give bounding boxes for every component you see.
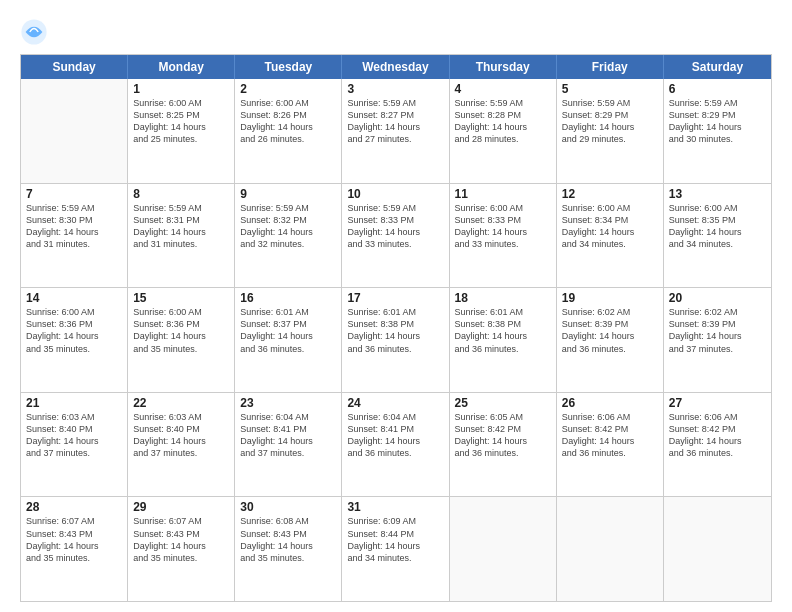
cell-info: Sunrise: 6:00 AM Sunset: 8:33 PM Dayligh… — [455, 202, 551, 251]
calendar-header: SundayMondayTuesdayWednesdayThursdayFrid… — [21, 55, 771, 79]
calendar-cell: 25Sunrise: 6:05 AM Sunset: 8:42 PM Dayli… — [450, 393, 557, 497]
calendar-cell: 31Sunrise: 6:09 AM Sunset: 8:44 PM Dayli… — [342, 497, 449, 601]
day-number: 4 — [455, 82, 551, 96]
day-number: 12 — [562, 187, 658, 201]
calendar-cell — [21, 79, 128, 183]
header-day-monday: Monday — [128, 55, 235, 79]
day-number: 6 — [669, 82, 766, 96]
calendar-cell: 3Sunrise: 5:59 AM Sunset: 8:27 PM Daylig… — [342, 79, 449, 183]
day-number: 23 — [240, 396, 336, 410]
calendar-cell: 29Sunrise: 6:07 AM Sunset: 8:43 PM Dayli… — [128, 497, 235, 601]
cell-info: Sunrise: 6:05 AM Sunset: 8:42 PM Dayligh… — [455, 411, 551, 460]
calendar-cell: 27Sunrise: 6:06 AM Sunset: 8:42 PM Dayli… — [664, 393, 771, 497]
calendar-cell: 22Sunrise: 6:03 AM Sunset: 8:40 PM Dayli… — [128, 393, 235, 497]
header-day-thursday: Thursday — [450, 55, 557, 79]
cell-info: Sunrise: 5:59 AM Sunset: 8:29 PM Dayligh… — [669, 97, 766, 146]
cell-info: Sunrise: 6:06 AM Sunset: 8:42 PM Dayligh… — [669, 411, 766, 460]
cell-info: Sunrise: 6:08 AM Sunset: 8:43 PM Dayligh… — [240, 515, 336, 564]
cell-info: Sunrise: 5:59 AM Sunset: 8:33 PM Dayligh… — [347, 202, 443, 251]
cell-info: Sunrise: 6:07 AM Sunset: 8:43 PM Dayligh… — [26, 515, 122, 564]
calendar-cell: 23Sunrise: 6:04 AM Sunset: 8:41 PM Dayli… — [235, 393, 342, 497]
cell-info: Sunrise: 6:07 AM Sunset: 8:43 PM Dayligh… — [133, 515, 229, 564]
logo-icon — [20, 18, 48, 46]
cell-info: Sunrise: 6:00 AM Sunset: 8:34 PM Dayligh… — [562, 202, 658, 251]
calendar-cell: 1Sunrise: 6:00 AM Sunset: 8:25 PM Daylig… — [128, 79, 235, 183]
day-number: 5 — [562, 82, 658, 96]
day-number: 14 — [26, 291, 122, 305]
calendar-cell: 8Sunrise: 5:59 AM Sunset: 8:31 PM Daylig… — [128, 184, 235, 288]
day-number: 1 — [133, 82, 229, 96]
cell-info: Sunrise: 6:01 AM Sunset: 8:38 PM Dayligh… — [347, 306, 443, 355]
cell-info: Sunrise: 6:04 AM Sunset: 8:41 PM Dayligh… — [240, 411, 336, 460]
day-number: 25 — [455, 396, 551, 410]
cell-info: Sunrise: 6:03 AM Sunset: 8:40 PM Dayligh… — [133, 411, 229, 460]
header-day-sunday: Sunday — [21, 55, 128, 79]
cell-info: Sunrise: 6:04 AM Sunset: 8:41 PM Dayligh… — [347, 411, 443, 460]
day-number: 19 — [562, 291, 658, 305]
calendar-row-3: 14Sunrise: 6:00 AM Sunset: 8:36 PM Dayli… — [21, 287, 771, 392]
cell-info: Sunrise: 6:00 AM Sunset: 8:35 PM Dayligh… — [669, 202, 766, 251]
cell-info: Sunrise: 6:00 AM Sunset: 8:36 PM Dayligh… — [26, 306, 122, 355]
calendar-cell: 6Sunrise: 5:59 AM Sunset: 8:29 PM Daylig… — [664, 79, 771, 183]
day-number: 11 — [455, 187, 551, 201]
calendar-cell: 20Sunrise: 6:02 AM Sunset: 8:39 PM Dayli… — [664, 288, 771, 392]
calendar-cell: 12Sunrise: 6:00 AM Sunset: 8:34 PM Dayli… — [557, 184, 664, 288]
calendar-cell: 7Sunrise: 5:59 AM Sunset: 8:30 PM Daylig… — [21, 184, 128, 288]
day-number: 15 — [133, 291, 229, 305]
cell-info: Sunrise: 6:02 AM Sunset: 8:39 PM Dayligh… — [562, 306, 658, 355]
calendar-cell: 26Sunrise: 6:06 AM Sunset: 8:42 PM Dayli… — [557, 393, 664, 497]
day-number: 31 — [347, 500, 443, 514]
day-number: 27 — [669, 396, 766, 410]
day-number: 13 — [669, 187, 766, 201]
header-day-wednesday: Wednesday — [342, 55, 449, 79]
cell-info: Sunrise: 5:59 AM Sunset: 8:32 PM Dayligh… — [240, 202, 336, 251]
cell-info: Sunrise: 6:00 AM Sunset: 8:36 PM Dayligh… — [133, 306, 229, 355]
day-number: 21 — [26, 396, 122, 410]
day-number: 30 — [240, 500, 336, 514]
cell-info: Sunrise: 6:03 AM Sunset: 8:40 PM Dayligh… — [26, 411, 122, 460]
page: SundayMondayTuesdayWednesdayThursdayFrid… — [0, 0, 792, 612]
calendar-cell: 11Sunrise: 6:00 AM Sunset: 8:33 PM Dayli… — [450, 184, 557, 288]
calendar-cell: 9Sunrise: 5:59 AM Sunset: 8:32 PM Daylig… — [235, 184, 342, 288]
day-number: 29 — [133, 500, 229, 514]
header-day-friday: Friday — [557, 55, 664, 79]
calendar-cell: 14Sunrise: 6:00 AM Sunset: 8:36 PM Dayli… — [21, 288, 128, 392]
cell-info: Sunrise: 6:02 AM Sunset: 8:39 PM Dayligh… — [669, 306, 766, 355]
day-number: 10 — [347, 187, 443, 201]
calendar-cell: 10Sunrise: 5:59 AM Sunset: 8:33 PM Dayli… — [342, 184, 449, 288]
day-number: 26 — [562, 396, 658, 410]
calendar-cell: 5Sunrise: 5:59 AM Sunset: 8:29 PM Daylig… — [557, 79, 664, 183]
day-number: 17 — [347, 291, 443, 305]
day-number: 9 — [240, 187, 336, 201]
calendar-row-4: 21Sunrise: 6:03 AM Sunset: 8:40 PM Dayli… — [21, 392, 771, 497]
calendar-cell: 17Sunrise: 6:01 AM Sunset: 8:38 PM Dayli… — [342, 288, 449, 392]
day-number: 7 — [26, 187, 122, 201]
calendar-cell: 2Sunrise: 6:00 AM Sunset: 8:26 PM Daylig… — [235, 79, 342, 183]
calendar-cell — [664, 497, 771, 601]
calendar-cell: 16Sunrise: 6:01 AM Sunset: 8:37 PM Dayli… — [235, 288, 342, 392]
cell-info: Sunrise: 6:00 AM Sunset: 8:25 PM Dayligh… — [133, 97, 229, 146]
day-number: 28 — [26, 500, 122, 514]
logo — [20, 18, 52, 46]
calendar-row-2: 7Sunrise: 5:59 AM Sunset: 8:30 PM Daylig… — [21, 183, 771, 288]
header-day-saturday: Saturday — [664, 55, 771, 79]
day-number: 18 — [455, 291, 551, 305]
day-number: 3 — [347, 82, 443, 96]
calendar-body: 1Sunrise: 6:00 AM Sunset: 8:25 PM Daylig… — [21, 79, 771, 601]
day-number: 2 — [240, 82, 336, 96]
calendar-cell: 4Sunrise: 5:59 AM Sunset: 8:28 PM Daylig… — [450, 79, 557, 183]
calendar-cell: 13Sunrise: 6:00 AM Sunset: 8:35 PM Dayli… — [664, 184, 771, 288]
cell-info: Sunrise: 5:59 AM Sunset: 8:30 PM Dayligh… — [26, 202, 122, 251]
calendar-cell: 15Sunrise: 6:00 AM Sunset: 8:36 PM Dayli… — [128, 288, 235, 392]
header — [20, 18, 772, 46]
cell-info: Sunrise: 6:01 AM Sunset: 8:37 PM Dayligh… — [240, 306, 336, 355]
day-number: 20 — [669, 291, 766, 305]
calendar-cell: 30Sunrise: 6:08 AM Sunset: 8:43 PM Dayli… — [235, 497, 342, 601]
day-number: 8 — [133, 187, 229, 201]
calendar-cell: 19Sunrise: 6:02 AM Sunset: 8:39 PM Dayli… — [557, 288, 664, 392]
cell-info: Sunrise: 5:59 AM Sunset: 8:31 PM Dayligh… — [133, 202, 229, 251]
cell-info: Sunrise: 5:59 AM Sunset: 8:27 PM Dayligh… — [347, 97, 443, 146]
calendar-cell — [450, 497, 557, 601]
cell-info: Sunrise: 6:01 AM Sunset: 8:38 PM Dayligh… — [455, 306, 551, 355]
calendar: SundayMondayTuesdayWednesdayThursdayFrid… — [20, 54, 772, 602]
